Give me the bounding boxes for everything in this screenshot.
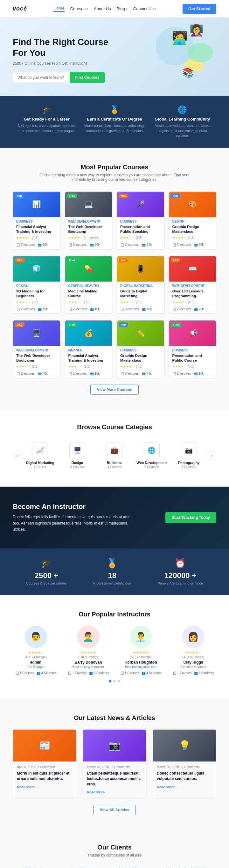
course-card[interactable]: 💰 Free Finance Financial Analyst Trainin… xyxy=(65,320,113,378)
read-more-link[interactable]: Read More... xyxy=(157,785,178,789)
dot-1[interactable] xyxy=(109,680,111,682)
certificates-stat-icon: 🏅 xyxy=(93,558,131,568)
instructor-meta: 📋 1 Courses 👥 4 Students xyxy=(118,671,164,675)
course-category: Web Development xyxy=(68,220,109,223)
instructor-card[interactable]: 👨 ★★★★☆ (4.1) (4 ratings) admin 12+ 5 si… xyxy=(13,626,59,675)
news-title: Our Latest News & Articles xyxy=(13,714,216,722)
instructor-card[interactable]: 👨‍🦱 ★★★★★ (5.0) (1 ratings) Barry Donova… xyxy=(65,626,111,675)
nav-about[interactable]: About Us xyxy=(94,6,111,11)
categories-row: ‹ 📈 Digital Marketing 1 Course 🖥️ Design… xyxy=(13,437,216,474)
category-name: Photography xyxy=(173,461,204,465)
feature-career-title: Get Ready For a Career xyxy=(16,117,77,122)
view-more-courses-button[interactable]: View More Courses xyxy=(90,384,139,395)
categories-next-button[interactable]: › xyxy=(207,451,216,460)
course-stars: ★★★★☆ (4 reviews) xyxy=(68,236,109,240)
category-item-business[interactable]: 💼 Business 4 Courses xyxy=(96,437,133,474)
category-item-web-development[interactable]: 🌐 Web Development 5 Courses xyxy=(133,437,170,474)
course-stars: ★★★☆☆ (3.5) xyxy=(68,365,109,368)
get-started-button[interactable]: Get Started xyxy=(183,4,216,14)
course-card[interactable]: 🎤 Hot Business Presentation and Public S… xyxy=(117,191,164,249)
news-thumbnail: 📷 xyxy=(83,730,146,762)
dot-2[interactable] xyxy=(113,680,116,682)
course-card[interactable]: 📱 Hot Digital Marketing Guide to Digital… xyxy=(117,256,164,314)
course-stars: ★★★★☆ (4.5) xyxy=(173,300,213,304)
course-badge: Free xyxy=(67,322,77,327)
course-card[interactable]: 📊 Top Business Financial Analyst Trainin… xyxy=(13,191,61,249)
course-stars: ★★★★☆ (4.5) xyxy=(16,236,57,240)
view-all-articles-button[interactable]: View All Articles xyxy=(93,805,136,815)
hero-subtext: 2500+ Online Courses From 140 Institutio… xyxy=(13,61,114,66)
course-card[interactable]: 💻 Free Web Development The Web Developer… xyxy=(65,191,113,249)
navbar: vocé Home Courses▾ About Us Blog▾ Contac… xyxy=(0,0,229,18)
course-meta: 📋 2 lectures 👥 25k xyxy=(173,305,213,311)
start-teaching-button[interactable]: Start Teaching Today xyxy=(165,512,216,523)
instructor-avatar: 👨‍🦱 xyxy=(77,626,100,648)
stats-bar: 🎓 2500 + Courses & Specializations 🏅 18 … xyxy=(0,549,229,595)
search-input[interactable] xyxy=(13,72,70,83)
instructor-card[interactable]: 👩 ★★★★☆ (4.1) (4 ratings) Clay Riggs Get… xyxy=(170,626,216,675)
nav-contact[interactable]: Contact Us▾ xyxy=(133,6,156,11)
clients-title: Our Clients xyxy=(13,844,216,851)
stat-certificates-number: 18 xyxy=(93,571,131,580)
course-card[interactable]: 🧊 29.0 Design 3D Modelling for Beginners… xyxy=(13,256,61,314)
course-card[interactable]: 🖥️ 26.0 Web Development The Web Develope… xyxy=(13,320,61,378)
course-category: General Healthy xyxy=(68,284,109,288)
stat-certificates: 🏅 18 Professional Certificates xyxy=(93,558,131,585)
news-card[interactable]: 💡 March 26, 2020 · 2 Comments Donec cons… xyxy=(153,729,216,799)
instructor-stars: ★★★★☆ xyxy=(170,651,216,655)
course-title: Financial Analyst Training & Investing xyxy=(68,353,109,363)
course-meta: 📋 2 lectures 👥 40k xyxy=(16,370,57,375)
read-more-link[interactable]: Read More... xyxy=(17,785,38,789)
news-card[interactable]: 📷 March 26, 2020 · 2 Comments Etiam pell… xyxy=(83,729,146,799)
category-name: Business xyxy=(99,461,130,465)
instructor-banner-title: Become An Instructor xyxy=(13,502,133,511)
course-card[interactable]: ⌨️ 26.0 Web Development Over 100 Lessons… xyxy=(169,256,217,314)
instructors-section: Our Popular Instructors 👨 ★★★★☆ (4.1) (4… xyxy=(0,595,229,699)
course-card[interactable]: ✏️ Top Business Graphic Design Mastercla… xyxy=(117,320,164,378)
news-card[interactable]: 📰 April 6, 2020 · 2 Comments Morbi in es… xyxy=(13,729,76,799)
course-card[interactable]: 💊 Free General Healthy Medicine Making C… xyxy=(65,256,113,314)
instructor-role: Get on to Courses xyxy=(170,665,216,669)
feature-career-desc: Sed egestas, ante vulputate molestie, er… xyxy=(16,123,77,133)
instructor-meta: 📋 1 Courses 👥 4 Students xyxy=(170,671,216,675)
nav-home[interactable]: Home xyxy=(53,6,65,12)
course-badge: 26.0 xyxy=(171,258,181,262)
course-category: Design xyxy=(16,284,57,288)
course-meta: 📋 3 lectures 👥 10k xyxy=(120,305,161,311)
course-category: Web Development xyxy=(173,284,213,288)
digital-marketing-icon: 📈 xyxy=(32,442,48,458)
hero-headline: Find The Right Course For You xyxy=(13,37,114,58)
instructor-stars: ★★★★★ xyxy=(65,651,111,655)
course-badge: Top xyxy=(119,322,128,327)
news-article-title: Etiam pellentesque maurisat lectus.fusce… xyxy=(87,771,142,787)
nav-links: Home Courses▾ About Us Blog▾ Contact Us▾ xyxy=(53,6,156,12)
category-item-photography[interactable]: 📷 Photography 3 Courses xyxy=(170,437,207,474)
categories-prev-button[interactable]: ‹ xyxy=(13,451,22,460)
category-item-design[interactable]: 🖥️ Design 3 Courses xyxy=(59,437,96,474)
find-courses-button[interactable]: Find Courses xyxy=(70,72,105,83)
feature-certificate: 🏅 Earn a Certificate Or Degree Morbi pur… xyxy=(80,105,148,138)
category-name: Digital Marketing xyxy=(25,461,56,465)
course-card[interactable]: 🎨 Top Design Graphic Design Masterclass … xyxy=(169,191,217,249)
stat-learners: ⏰ 120000 + People Are Learning on Voce xyxy=(158,558,203,585)
nav-courses[interactable]: Courses▾ xyxy=(70,6,88,11)
course-card[interactable]: 📢 Free Business Presentation and Public … xyxy=(169,320,217,378)
feature-career: 🎓 Get Ready For a Career Sed egestas, an… xyxy=(13,105,80,138)
instructor-banner: Become An Instructor Donec felis eget fe… xyxy=(0,487,229,549)
hero-decoration: 🧑‍💻 👩‍🏫 📚 xyxy=(130,24,220,81)
browse-categories-section: Browse Course Categies ‹ 📈 Digital Marke… xyxy=(0,411,229,487)
nav-blog[interactable]: Blog▾ xyxy=(117,6,127,11)
stat-courses-number: 2500 + xyxy=(26,571,67,580)
instructor-rating: (4.1) (4 ratings) xyxy=(13,655,59,659)
instructor-rating: (4.1) (4 ratings) xyxy=(170,655,216,659)
course-badge: 29.0 xyxy=(15,258,25,262)
instructor-stars: ★★★★★ xyxy=(118,651,164,655)
instructor-card[interactable]: 👨‍💼 ★★★★★ (5.0) (1 ratings) Korban Hough… xyxy=(118,626,164,675)
popular-courses-subtitle: Online learning offers a new way to expl… xyxy=(38,173,191,182)
read-more-link[interactable]: Read More... xyxy=(87,790,108,794)
course-title: Medicine Making Course xyxy=(68,289,109,299)
category-item-digital-marketing[interactable]: 📈 Digital Marketing 1 Course xyxy=(22,437,59,474)
course-title: Presentation and Public Speaking xyxy=(120,224,161,234)
carousel-dots xyxy=(13,680,216,682)
dot-3[interactable] xyxy=(118,680,120,682)
